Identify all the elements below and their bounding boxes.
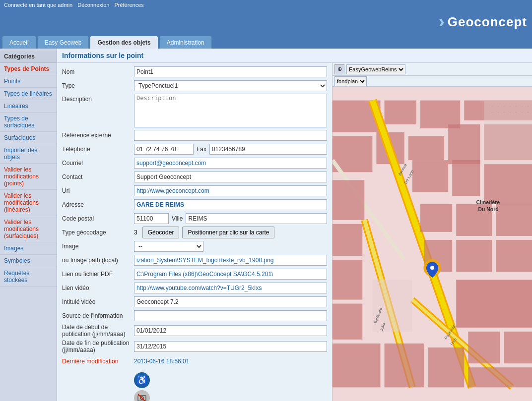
description-row: Description — [62, 94, 327, 127]
svg-rect-33 — [372, 280, 412, 332]
sidebar-item-surfaciques[interactable]: Surfaciques — [0, 132, 57, 144]
sidebar-item-lineaires[interactable]: Linéaires — [0, 100, 57, 113]
svg-rect-27 — [332, 344, 380, 387]
url-input[interactable] — [134, 185, 327, 196]
date-fin-label: Date de fin de publication (jj/mm/aaaa) — [62, 340, 134, 353]
svg-rect-30 — [468, 332, 500, 363]
svg-rect-31 — [504, 332, 532, 363]
svg-rect-20 — [496, 204, 532, 236]
contact-input[interactable] — [134, 172, 327, 182]
layer2-select[interactable]: fondplan — [334, 76, 367, 86]
codepostal-label: Code postal — [62, 215, 134, 222]
topbar: Connecté en tant que admin Déconnexion P… — [0, 0, 532, 10]
no-photo-icon-wrapper — [134, 390, 150, 401]
tab-accueil[interactable]: Accueil — [2, 36, 36, 49]
date-debut-label: Date de début de publication (jj/mm/aaaa… — [62, 324, 134, 338]
accessible-icon[interactable]: ♿ — [134, 372, 150, 388]
fax-input[interactable] — [209, 144, 327, 155]
sidebar-item-importer-objets[interactable]: Importer des objets — [0, 144, 57, 164]
svg-point-39 — [516, 106, 517, 107]
map-nav-icon[interactable]: ⊕ — [334, 64, 344, 74]
image-path-row: ou Image path (local) — [62, 254, 327, 266]
form-panel: Nom Type TypePonctuel1 Description — [57, 63, 332, 401]
positionner-button[interactable]: Positionner par clic sur la carte — [182, 227, 274, 238]
lien-video-input[interactable] — [134, 283, 327, 293]
lien-video-label: Lien vidéo — [62, 285, 134, 291]
nom-label: Nom — [62, 68, 134, 75]
layer1-select[interactable]: EasyGeowebReims — [346, 64, 405, 74]
svg-point-45 — [510, 112, 511, 113]
codepostal-row: Code postal Ville — [62, 213, 327, 225]
image-row: Image -- — [62, 240, 327, 252]
logout-link[interactable]: Déconnexion — [77, 2, 109, 8]
adresse-input[interactable] — [134, 199, 327, 210]
sidebar-item-requetes[interactable]: Requêtes stockées — [0, 267, 57, 286]
sidebar-item-valider-lineaires[interactable]: Valider les modifications (linéaires) — [0, 190, 57, 216]
courriel-row: Courriel — [62, 157, 327, 169]
lien-pdf-input[interactable] — [134, 269, 327, 280]
codepostal-input[interactable] — [134, 213, 169, 224]
svg-rect-28 — [385, 344, 424, 387]
date-fin-input[interactable] — [134, 341, 327, 352]
icon-accessible-row: ♿ — [62, 372, 327, 401]
tab-easy-geoweb[interactable]: Easy Geoweb — [37, 36, 89, 49]
tab-administration[interactable]: Administration — [159, 36, 212, 49]
svg-point-41 — [528, 106, 529, 107]
sidebar-item-points[interactable]: Points — [0, 75, 57, 88]
telephone-input[interactable] — [134, 144, 194, 155]
sidebar-item-types-surfaciques[interactable]: Types de surfaciques — [0, 113, 57, 132]
fax-label: Fax — [197, 146, 206, 153]
image-label: Image — [62, 243, 134, 250]
ville-input[interactable] — [186, 213, 327, 224]
source-label: Source de l'information — [62, 312, 134, 319]
content-title: Informations sur le point — [57, 49, 532, 63]
sidebar-item-valider-points[interactable]: Valider les modifications (points) — [0, 164, 57, 190]
tab-gestion-objets[interactable]: Gestion des objets — [90, 36, 158, 49]
image-path-input[interactable] — [134, 255, 327, 266]
intitule-video-label: Intitulé vidéo — [62, 298, 134, 305]
description-textarea[interactable] — [134, 94, 327, 127]
sidebar-item-types-lineaires[interactable]: Types de linéaires — [0, 88, 57, 100]
sidebar-item-images[interactable]: Images — [0, 242, 57, 255]
geocodage-value: 3 — [134, 229, 137, 236]
svg-rect-25 — [332, 260, 362, 299]
geocoder-button[interactable]: Géocoder — [142, 227, 180, 238]
source-input[interactable] — [134, 310, 327, 321]
logo-arrow-icon: › — [439, 11, 445, 32]
svg-point-38 — [510, 106, 511, 107]
derniere-modif-row: Dernière modification 2013-06-16 18:56:0… — [62, 355, 327, 367]
nom-input[interactable] — [134, 66, 327, 77]
courriel-label: Courriel — [62, 160, 134, 167]
svg-point-48 — [528, 112, 529, 113]
svg-rect-16 — [452, 160, 480, 196]
reference-input[interactable] — [134, 130, 327, 141]
image-path-label: ou Image path (local) — [62, 257, 134, 264]
map-content[interactable]: Avenue De Laon Cimetière Du Nord Bouleva… — [332, 87, 532, 401]
url-row: Url — [62, 185, 327, 197]
svg-rect-17 — [484, 164, 532, 204]
logo-text: Geoconcept — [448, 14, 527, 30]
svg-point-43 — [497, 112, 498, 113]
date-debut-input[interactable] — [134, 325, 327, 336]
svg-point-47 — [522, 112, 523, 113]
preferences-link[interactable]: Préférences — [114, 2, 143, 8]
svg-rect-23 — [496, 240, 532, 272]
sidebar-item-types-points[interactable]: Types de Points — [0, 63, 57, 75]
sidebar-item-valider-surfaciques[interactable]: Valider les modifications (surfaciques) — [0, 216, 57, 242]
lien-video-row: Lien vidéo — [62, 282, 327, 294]
courriel-input[interactable] — [134, 158, 327, 169]
codepostal-ville-container: Ville — [134, 213, 327, 224]
geocodage-label: Type géocodage — [62, 229, 134, 236]
svg-point-42 — [491, 112, 492, 113]
type-select[interactable]: TypePonctuel1 — [134, 80, 327, 91]
svg-rect-6 — [420, 101, 460, 128]
telephone-label: Téléphone — [62, 146, 134, 153]
svg-rect-32 — [468, 367, 532, 387]
no-image-icon[interactable] — [134, 390, 150, 401]
adresse-row: Adresse — [62, 199, 327, 211]
source-row: Source de l'information — [62, 310, 327, 322]
image-select[interactable]: -- — [134, 241, 203, 252]
svg-line-2 — [138, 394, 146, 401]
intitule-video-input[interactable] — [134, 296, 327, 307]
sidebar-item-symboles[interactable]: Symboles — [0, 255, 57, 267]
